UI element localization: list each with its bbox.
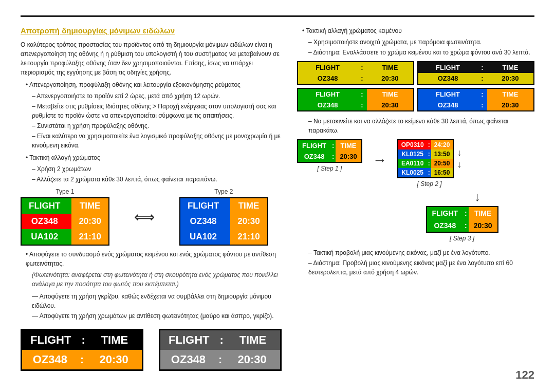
type2-r3-mid bbox=[226, 229, 230, 245]
type2-panel: FLIGHT TIME OZ348 20:30 UA102 21: bbox=[179, 197, 268, 246]
arrow-down-step3: ↓ bbox=[420, 190, 534, 204]
right-dash5-text: Διάστημα: Προβολή μιας κινούμενης εικόνα… bbox=[308, 259, 513, 276]
page: Αποτροπή δημιουργίας μόνιμων ειδώλων Ο κ… bbox=[0, 0, 555, 392]
mp4-row1: FLIGHT : TIME bbox=[418, 88, 534, 100]
right-dash4-text: Τακτική προβολή μιας κινούμενης εικόνας,… bbox=[313, 249, 490, 256]
arrow-symbol: ⟺ bbox=[134, 209, 155, 226]
mp2-r1l: FLIGHT bbox=[418, 62, 477, 73]
left-column: Αποτροπή δημιουργίας μόνιμων ειδώλων Ο κ… bbox=[21, 26, 282, 371]
step2-r4m: : bbox=[427, 168, 431, 178]
type1-r3-mid bbox=[67, 229, 71, 245]
right-dash1: – Χρησιμοποιήστε ανοιχτά χρώματα, με παρ… bbox=[308, 38, 534, 47]
left-dash7-sym: — bbox=[32, 293, 40, 300]
mp4-row2: OZ348 : 20:30 bbox=[418, 100, 534, 111]
content-area: Αποτροπή δημιουργίας μόνιμων ειδώλων Ο κ… bbox=[21, 26, 534, 371]
step3-label: [ Step 3 ] bbox=[450, 235, 474, 242]
step2-r2r: 13:50 bbox=[431, 150, 454, 159]
bottom-panels: FLIGHT : TIME OZ348 : 20:30 bbox=[21, 329, 282, 371]
step3-r2m: : bbox=[463, 219, 469, 232]
right-dash3-sym: – bbox=[308, 118, 313, 125]
mp1-row1: FLIGHT : TIME bbox=[298, 62, 414, 73]
mp3-r1l: FLIGHT bbox=[298, 88, 357, 100]
type1-row2: OZ348 20:30 bbox=[21, 214, 109, 229]
step3-r2r: 20:30 bbox=[469, 219, 498, 232]
bullet1-symbol: • bbox=[26, 81, 29, 88]
step2-r2m: : bbox=[427, 150, 431, 159]
mp1-r2r: 20:30 bbox=[367, 73, 414, 84]
type2-r1-mid bbox=[226, 198, 230, 214]
step2-container: OP0310 : 24:20 KL0125 : 13:50 bbox=[397, 139, 462, 188]
type1-r3-right: 21:10 bbox=[71, 229, 108, 245]
big-data-colon-black: : bbox=[78, 350, 86, 369]
big-header-grey: FLIGHT : TIME bbox=[160, 330, 280, 350]
dash4: – Είναι καλύτερο να χρησιμοποιείτε ένα λ… bbox=[32, 132, 282, 150]
big-header-right-black: TIME bbox=[87, 330, 142, 350]
step1-r2l: OZ348 bbox=[298, 151, 330, 162]
step1-container: FLIGHT : TIME OZ348 : 20:30 [ Step 1 ] bbox=[297, 139, 362, 172]
step1-r1r: TIME bbox=[336, 140, 361, 151]
step2-r1l: OP0310 bbox=[398, 140, 427, 150]
dash1-text: Απενεργοποιήστε το προϊόν επί 2 ώρες, με… bbox=[36, 92, 220, 100]
mini-panel-2: FLIGHT : TIME OZ348 : 20:30 bbox=[417, 61, 534, 85]
mini-panel-4: FLIGHT : TIME OZ348 : 20:30 bbox=[417, 88, 534, 111]
type1-label: Type 1 bbox=[21, 188, 109, 195]
step1-r2r: 20:30 bbox=[336, 151, 361, 162]
mp4-r1r: TIME bbox=[487, 88, 534, 100]
type2-r3-left: UA102 bbox=[180, 229, 226, 245]
bullet1-text: Απενεργοποίηση, προφύλαξη οθόνης και λει… bbox=[29, 81, 240, 88]
dash5-text: Χρήση 2 χρωμάτων bbox=[37, 165, 91, 173]
dash1: – Απενεργοποιήστε το προϊόν επί 2 ώρες, … bbox=[32, 91, 282, 101]
mp3-r1r: TIME bbox=[367, 88, 414, 100]
step2-row1: OP0310 : 24:20 bbox=[398, 140, 454, 150]
step1-row1: FLIGHT : TIME bbox=[298, 140, 362, 151]
step1-r1m: : bbox=[330, 140, 336, 151]
type2-r1-left: FLIGHT bbox=[180, 198, 226, 214]
type1-r2-right: 20:30 bbox=[71, 214, 108, 229]
step1-r1l: FLIGHT bbox=[298, 140, 330, 151]
right-dash1-sym: – bbox=[308, 39, 313, 46]
big-display-grey: FLIGHT : TIME OZ348 : 20:30 bbox=[159, 329, 282, 371]
big-data-left-black: OZ348 bbox=[22, 350, 78, 369]
bullet2-text: Τακτική αλλαγή χρώματος bbox=[29, 154, 100, 161]
mp2-r1m: : bbox=[477, 62, 487, 73]
step2-r1m: : bbox=[427, 140, 431, 150]
mp1-r1l: FLIGHT bbox=[298, 62, 357, 73]
mp3-r2r: 20:30 bbox=[367, 100, 414, 111]
bullet3-text: Αποφύγετε το συνδυασμό ενός χρώματος κει… bbox=[26, 251, 276, 267]
left-dash8-text: Αποφύγετε τη χρήση χρωμάτων με αντίθεση … bbox=[40, 312, 274, 320]
mp3-r2l: OZ348 bbox=[298, 100, 357, 111]
bullet3: • Αποφύγετε το συνδυασμό ενός χρώματος κ… bbox=[26, 250, 282, 268]
step3-row2: OZ348 : 20:30 bbox=[427, 219, 498, 232]
step3-r1m: : bbox=[463, 207, 469, 219]
bullet1: • Απενεργοποίηση, προφύλαξη οθόνης και λ… bbox=[26, 80, 282, 89]
type2-container: Type 2 FLIGHT TIME OZ348 20:30 bbox=[179, 188, 268, 246]
steps-row-1-2: FLIGHT : TIME OZ348 : 20:30 [ Step 1 ] bbox=[297, 139, 534, 188]
type1-r3-left: UA102 bbox=[21, 229, 67, 245]
right-panels-grid: FLIGHT : TIME OZ348 : 20:30 FLIGHT : bbox=[297, 61, 534, 111]
big-data-grey: OZ348 : 20:30 bbox=[160, 350, 280, 369]
dash2: – Μεταβείτε στις ρυθμίσεις Ιδιότητες οθό… bbox=[32, 102, 282, 120]
step2-r4l: KL0025 bbox=[398, 168, 427, 178]
section-title: Αποτροπή δημιουργίας μόνιμων ειδώλων bbox=[21, 26, 282, 35]
right-bullet1-text: Τακτική αλλαγή χρώματος κειμένου bbox=[306, 27, 401, 34]
dash3: – Συνιστάται η χρήση προφύλαξης οθόνης. bbox=[32, 121, 282, 130]
mp2-row2: OZ348 : 20:30 bbox=[418, 73, 534, 84]
step3-r1r: TIME bbox=[469, 207, 498, 219]
big-panel-black: FLIGHT : TIME OZ348 : 20:30 bbox=[21, 329, 143, 371]
step2-row2: KL0125 : 13:50 bbox=[398, 150, 454, 159]
step3-row1: FLIGHT : TIME bbox=[427, 207, 498, 219]
right-column: • Τακτική αλλαγή χρώματος κειμένου – Χρη… bbox=[297, 26, 534, 371]
right-dash4-sym: – bbox=[308, 249, 313, 256]
type1-r1-mid bbox=[67, 198, 71, 214]
page-number: 122 bbox=[515, 368, 534, 382]
step2-row4: KL0025 : 16:50 bbox=[398, 168, 454, 178]
dash1-sym: – bbox=[32, 92, 36, 100]
step2-r3l: EA0110 bbox=[398, 159, 427, 168]
mp3-r2m: : bbox=[357, 100, 367, 111]
right-dash3: – Να μετακινείτε και να αλλάζετε το κείμ… bbox=[308, 117, 534, 135]
right-dash2-text: Διάστημα: Εναλλάσσετε το χρώμα κειμένου … bbox=[313, 49, 530, 56]
step1-r2m: : bbox=[330, 151, 336, 162]
mp1-r2l: OZ348 bbox=[298, 73, 357, 84]
mp4-r1l: FLIGHT bbox=[418, 88, 477, 100]
mini-panel-3: FLIGHT : TIME OZ348 : 20:30 bbox=[297, 88, 414, 111]
